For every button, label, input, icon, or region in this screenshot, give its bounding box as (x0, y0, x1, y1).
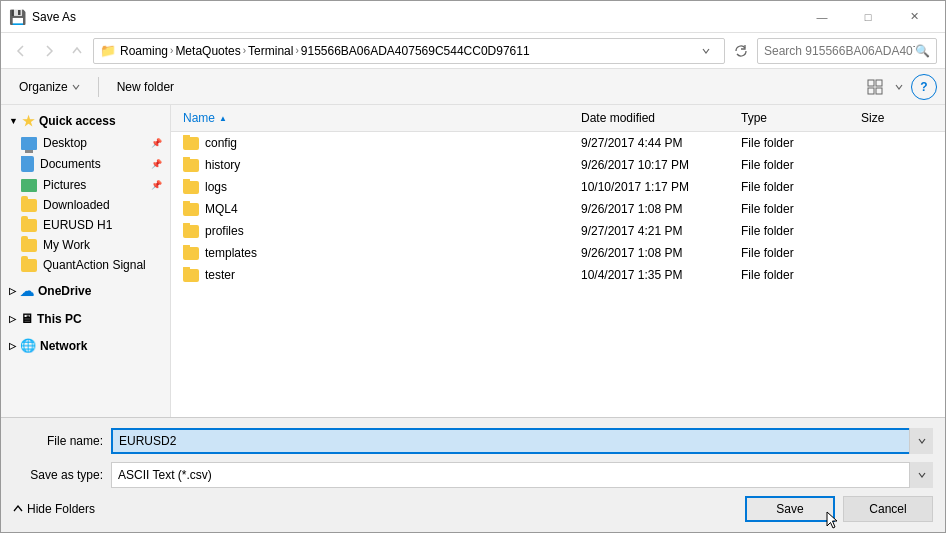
table-row[interactable]: logs 10/10/2017 1:17 PM File folder (171, 176, 945, 198)
file-list: Name ▲ Date modified Type Size config (171, 105, 945, 417)
title-bar-controls: — □ ✕ (799, 1, 937, 33)
sidebar-item-eurusd-label: EURUSD H1 (43, 218, 112, 232)
breadcrumb-terminal[interactable]: Terminal (248, 44, 293, 58)
file-type-cell: File folder (737, 201, 857, 217)
hide-folders-button[interactable]: Hide Folders (13, 502, 95, 516)
sidebar-header-this-pc[interactable]: ▷ 🖥 This PC (1, 307, 170, 330)
close-button[interactable]: ✕ (891, 1, 937, 33)
cancel-button[interactable]: Cancel (843, 496, 933, 522)
sidebar-item-my-work[interactable]: My Work (1, 235, 170, 255)
svg-rect-3 (876, 88, 882, 94)
col-header-size[interactable]: Size (857, 109, 937, 127)
table-row[interactable]: config 9/27/2017 4:44 PM File folder (171, 132, 945, 154)
documents-folder-icon (21, 156, 34, 172)
up-button[interactable] (65, 39, 89, 63)
file-name-cell: tester (179, 267, 577, 283)
chevron-right-icon: ▷ (9, 286, 16, 296)
file-name-cell: profiles (179, 223, 577, 239)
sidebar-item-my-work-label: My Work (43, 238, 90, 252)
table-row[interactable]: tester 10/4/2017 1:35 PM File folder (171, 264, 945, 286)
sidebar-header-onedrive[interactable]: ▷ ☁ OneDrive (1, 279, 170, 303)
back-button[interactable] (9, 39, 33, 63)
address-bar[interactable]: 📁 Roaming › MetaQuotes › Terminal › 9155… (93, 38, 725, 64)
main-content: ▼ ★ Quick access Desktop 📌 Documents 📌 (1, 105, 945, 417)
filename-row: File name: (13, 428, 933, 454)
sidebar-section-quick-access: ▼ ★ Quick access Desktop 📌 Documents 📌 (1, 109, 170, 275)
save-as-dialog: 💾 Save As — □ ✕ 📁 Roaming › MetaQuotes › (0, 0, 946, 533)
col-header-type[interactable]: Type (737, 109, 857, 127)
window-title: Save As (32, 10, 799, 24)
sidebar-item-desktop-label: Desktop (43, 136, 87, 150)
refresh-button[interactable] (729, 39, 753, 63)
file-date: 9/27/2017 4:21 PM (581, 224, 682, 238)
sidebar-section-network: ▷ 🌐 Network (1, 334, 170, 357)
file-list-header: Name ▲ Date modified Type Size (171, 105, 945, 132)
table-row[interactable]: profiles 9/27/2017 4:21 PM File folder (171, 220, 945, 242)
file-type: File folder (741, 246, 794, 260)
pin-icon-pics: 📌 (151, 180, 162, 190)
file-type-cell: File folder (737, 223, 857, 239)
forward-button[interactable] (37, 39, 61, 63)
chevron-right-icon-pc: ▷ (9, 314, 16, 324)
file-type: File folder (741, 268, 794, 282)
file-name: templates (205, 246, 257, 260)
breadcrumb-roaming[interactable]: Roaming (120, 44, 168, 58)
help-button[interactable]: ? (911, 74, 937, 100)
maximize-button[interactable]: □ (845, 1, 891, 33)
file-date: 10/4/2017 1:35 PM (581, 268, 682, 282)
file-type-cell: File folder (737, 135, 857, 151)
filetype-select[interactable]: ASCII Text (*.csv) All Files (*.*) (111, 462, 933, 488)
folder-icon (183, 225, 199, 238)
address-dropdown-button[interactable] (694, 39, 718, 63)
breadcrumb-metaquotes[interactable]: MetaQuotes (175, 44, 240, 58)
view-dropdown-arrow[interactable] (895, 81, 903, 93)
col-header-date[interactable]: Date modified (577, 109, 737, 127)
folder-address-icon: 📁 (100, 43, 116, 58)
file-type: File folder (741, 158, 794, 172)
search-box[interactable]: 🔍 (757, 38, 937, 64)
title-bar: 💾 Save As — □ ✕ (1, 1, 945, 33)
file-type: File folder (741, 180, 794, 194)
file-date: 9/27/2017 4:44 PM (581, 136, 682, 150)
file-type: File folder (741, 136, 794, 150)
sidebar-item-eurusd-h1[interactable]: EURUSD H1 (1, 215, 170, 235)
minimize-button[interactable]: — (799, 1, 845, 33)
file-date: 9/26/2017 1:08 PM (581, 202, 682, 216)
sidebar-item-documents[interactable]: Documents 📌 (1, 153, 170, 175)
sidebar-item-quantaction[interactable]: QuantAction Signal (1, 255, 170, 275)
eurusd-folder-icon (21, 219, 37, 232)
downloaded-folder-icon (21, 199, 37, 212)
col-header-name[interactable]: Name ▲ (179, 109, 577, 127)
filename-dropdown-arrow[interactable] (909, 428, 933, 454)
file-date-cell: 9/26/2017 1:08 PM (577, 245, 737, 261)
file-name: MQL4 (205, 202, 238, 216)
breadcrumb-id[interactable]: 915566BA06ADA407569C544CC0D97611 (301, 44, 530, 58)
save-button[interactable]: Save (745, 496, 835, 522)
filename-input[interactable] (111, 428, 933, 454)
sidebar-header-quick-access[interactable]: ▼ ★ Quick access (1, 109, 170, 133)
my-work-folder-icon (21, 239, 37, 252)
table-row[interactable]: MQL4 9/26/2017 1:08 PM File folder (171, 198, 945, 220)
sidebar-item-desktop[interactable]: Desktop 📌 (1, 133, 170, 153)
filetype-label: Save as type: (13, 468, 103, 482)
view-toggle-button[interactable] (859, 74, 891, 100)
file-name-cell: logs (179, 179, 577, 195)
sidebar-item-downloaded[interactable]: Downloaded (1, 195, 170, 215)
table-row[interactable]: templates 9/26/2017 1:08 PM File folder (171, 242, 945, 264)
button-row: Hide Folders Save Cancel (13, 496, 933, 522)
svg-rect-1 (876, 80, 882, 86)
search-icon: 🔍 (915, 44, 930, 58)
sidebar-item-documents-label: Documents (40, 157, 101, 171)
table-row[interactable]: history 9/26/2017 10:17 PM File folder (171, 154, 945, 176)
search-input[interactable] (764, 44, 915, 58)
file-size-cell (857, 186, 937, 188)
sidebar-header-network[interactable]: ▷ 🌐 Network (1, 334, 170, 357)
command-bar: Organize New folder ? (1, 69, 945, 105)
file-date-cell: 9/27/2017 4:21 PM (577, 223, 737, 239)
file-type-cell: File folder (737, 267, 857, 283)
file-size-cell (857, 252, 937, 254)
sidebar-item-pictures[interactable]: Pictures 📌 (1, 175, 170, 195)
new-folder-button[interactable]: New folder (107, 74, 184, 100)
organize-button[interactable]: Organize (9, 74, 90, 100)
pictures-folder-icon (21, 179, 37, 192)
